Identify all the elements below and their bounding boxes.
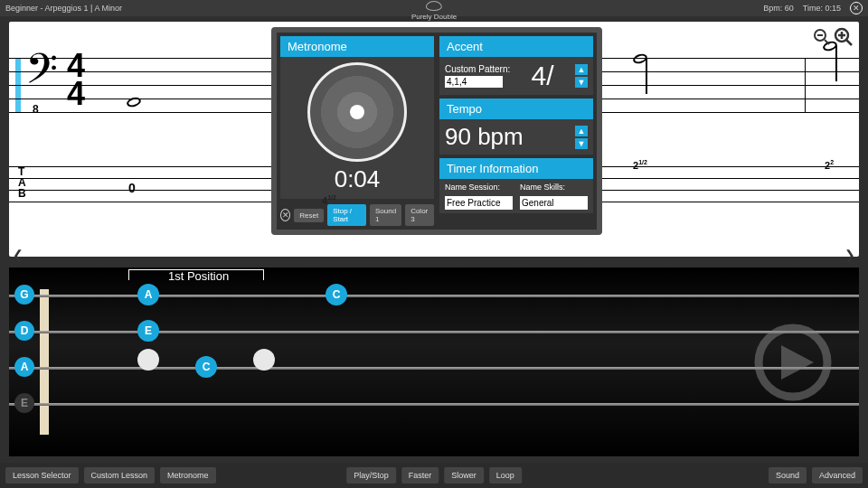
- sound-button[interactable]: Sound: [769, 467, 807, 483]
- svg-marker-8: [781, 345, 814, 380]
- fret-note[interactable]: C: [326, 284, 347, 305]
- slower-button[interactable]: Slower: [444, 467, 484, 483]
- metronome-popup: Metronome 0:04 ✕ Reset Stop / Start Soun…: [271, 27, 602, 235]
- tab-number: 0: [128, 181, 136, 195]
- fret-note[interactable]: A: [137, 284, 159, 305]
- open-string-A[interactable]: A: [14, 357, 34, 377]
- metronome-header: Metronome: [280, 36, 434, 57]
- metronome-elapsed: 0:04: [335, 165, 381, 193]
- subdivision-label: 41/2: [322, 194, 336, 206]
- close-icon[interactable]: ✕: [850, 2, 863, 14]
- bass-clef-icon: 𝄢: [25, 49, 58, 99]
- session-input[interactable]: [445, 196, 513, 210]
- session-label: Name Session:: [445, 183, 513, 192]
- tempo-header: Tempo: [439, 99, 593, 119]
- zoom-out-icon[interactable]: [812, 27, 832, 47]
- accent-down-icon[interactable]: ▼: [575, 77, 588, 88]
- play-arrow-icon[interactable]: [754, 324, 832, 401]
- play-stop-button[interactable]: Play/Stop: [346, 467, 396, 483]
- top-bar: Beginner - Arpeggios 1 | A Minor Purely …: [0, 0, 868, 16]
- skills-label: Name Skills:: [520, 183, 588, 192]
- svg-line-1: [825, 40, 829, 44]
- prev-page-icon[interactable]: ❮: [13, 248, 24, 262]
- open-string-D[interactable]: D: [14, 321, 34, 341]
- fret-note[interactable]: [137, 349, 159, 371]
- loop-button[interactable]: Loop: [489, 467, 522, 483]
- time-signature: 44: [67, 52, 85, 108]
- bpm-readout: Bpm: 60: [763, 4, 794, 13]
- faster-button[interactable]: Faster: [401, 467, 439, 483]
- fingering: 21/2: [633, 159, 647, 171]
- string: [9, 295, 859, 297]
- barline: [805, 58, 806, 112]
- accent-header: Accent: [439, 36, 593, 57]
- fret-note[interactable]: [253, 349, 275, 371]
- pattern-input[interactable]: [445, 76, 503, 88]
- fretboard: 1st Position GDAE ACEC: [9, 267, 859, 456]
- reset-button[interactable]: Reset: [294, 209, 324, 222]
- note-stem: [835, 45, 837, 81]
- pattern-label: Custom Pattern:: [445, 64, 510, 74]
- skills-input[interactable]: [520, 196, 588, 210]
- note-stem: [646, 58, 647, 94]
- bottom-bar: Lesson SelectorCustom LessonMetronome Pl…: [0, 463, 868, 488]
- fingering: 22: [825, 159, 834, 171]
- string: [9, 403, 859, 406]
- color-select-button[interactable]: Color 3: [405, 204, 434, 226]
- sound-select-button[interactable]: Sound 1: [370, 204, 401, 226]
- fret-note[interactable]: E: [137, 320, 159, 342]
- metronome-display: 0:04: [280, 57, 434, 199]
- time-readout: Time: 0:15: [803, 4, 841, 13]
- accent-display: 4/: [532, 61, 554, 91]
- popup-close-icon[interactable]: ✕: [280, 209, 290, 221]
- nut: [40, 289, 49, 435]
- open-string-G[interactable]: G: [14, 285, 34, 305]
- next-page-icon[interactable]: ❯: [844, 248, 855, 262]
- lesson-selector-button[interactable]: Lesson Selector: [5, 467, 79, 483]
- clef-octave: 8: [33, 103, 39, 116]
- tempo-value: 90 bpm: [445, 123, 524, 151]
- metronome-button[interactable]: Metronome: [160, 467, 216, 483]
- brand-logo: Purely Double: [411, 1, 457, 21]
- svg-line-4: [846, 40, 852, 45]
- accent-up-icon[interactable]: ▲: [575, 64, 588, 75]
- tempo-down-icon[interactable]: ▼: [575, 138, 588, 149]
- stop-start-button[interactable]: Stop / Start: [327, 204, 366, 226]
- custom-lesson-button[interactable]: Custom Lesson: [84, 467, 156, 483]
- position-label: 1st Position: [168, 269, 229, 283]
- metronome-dial-icon: [307, 62, 407, 162]
- string: [9, 367, 859, 370]
- zoom-in-icon[interactable]: [834, 27, 854, 47]
- tempo-up-icon[interactable]: ▲: [575, 126, 588, 136]
- fret-note[interactable]: C: [195, 356, 217, 378]
- string: [9, 331, 859, 333]
- timer-header: Timer Information: [439, 158, 593, 179]
- open-string-E[interactable]: E: [14, 393, 34, 413]
- lesson-title: Beginner - Arpeggios 1 | A Minor: [5, 4, 122, 13]
- advanced-button[interactable]: Advanced: [812, 467, 863, 483]
